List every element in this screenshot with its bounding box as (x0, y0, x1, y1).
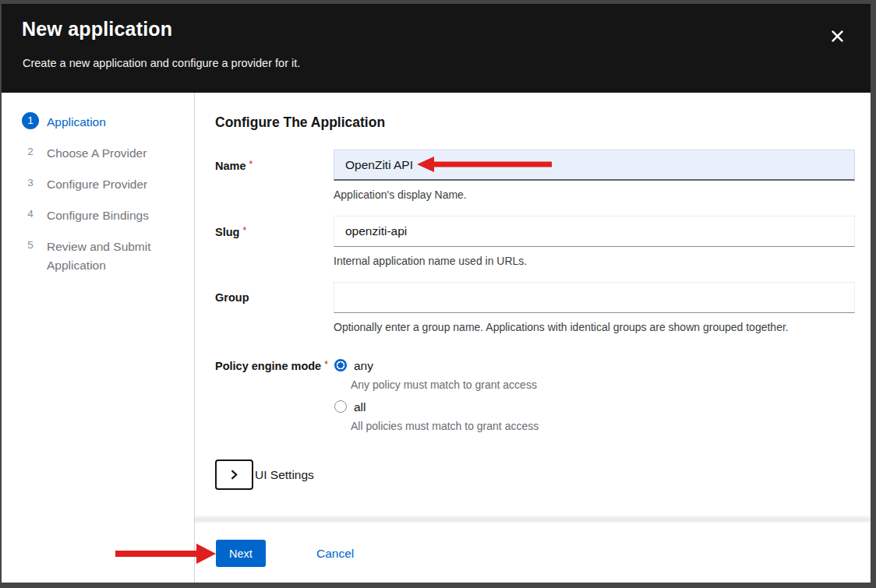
name-input[interactable] (334, 150, 855, 181)
step-label: Review and Submit Application (47, 238, 171, 275)
required-asterisk: * (249, 159, 253, 170)
ui-settings-expand-button[interactable] (215, 459, 253, 490)
page-backdrop: New application Create a new application… (0, 0, 876, 588)
step-label: Configure Provider (47, 175, 171, 194)
wizard-step-choose-a-provider[interactable]: 2 Choose A Provider (2, 143, 195, 164)
radio-unchecked-icon[interactable] (334, 400, 347, 413)
group-field-label: Group (215, 291, 249, 304)
wizard-step-review-and-submit[interactable]: 5 Review and Submit Application (2, 237, 195, 257)
name-field-label: Name* (215, 159, 253, 172)
required-asterisk: * (324, 359, 328, 370)
next-button-arrow-annotation (115, 544, 216, 564)
step-number: 3 (22, 174, 39, 192)
wizard-steps-sidebar: 1 Application 2 Choose A Provider 3 Conf… (2, 93, 195, 583)
policy-mode-all-description: All policies must match to grant access (351, 420, 539, 432)
footer-divider (195, 516, 871, 523)
step-label: Application (47, 113, 171, 132)
group-input[interactable] (334, 282, 855, 313)
step-heading: Configure The Application (215, 114, 385, 131)
slug-field-label: Slug* (215, 225, 246, 238)
step-number: 5 (22, 237, 39, 254)
radio-option-label[interactable]: any (354, 357, 373, 374)
step-number-badge: 1 (22, 112, 39, 129)
group-helper-text: Optionally enter a group name. Applicati… (334, 321, 789, 333)
slug-input[interactable] (334, 216, 855, 247)
close-icon (832, 30, 843, 42)
wizard-step-configure-bindings[interactable]: 4 Configure Bindings (2, 206, 195, 226)
required-asterisk: * (242, 225, 246, 236)
step-label: Configure Bindings (47, 206, 171, 225)
step-number: 2 (22, 143, 39, 160)
modal-subtitle: Create a new application and configure a… (23, 57, 300, 69)
name-field-arrow-annotation (417, 157, 552, 172)
modal-header: New application Create a new application… (2, 4, 871, 93)
ui-settings-label: UI Settings (255, 459, 314, 490)
new-application-modal: New application Create a new application… (2, 4, 871, 583)
modal-title: New application (22, 18, 172, 40)
close-button[interactable] (825, 24, 850, 48)
next-button[interactable]: Next (216, 540, 266, 567)
policy-mode-any-description: Any policy must match to grant access (351, 379, 537, 391)
step-label: Choose A Provider (47, 144, 171, 163)
slug-helper-text: Internal application name used in URLs. (334, 255, 527, 267)
radio-option-label[interactable]: all (354, 399, 366, 415)
radio-checked-icon[interactable] (334, 359, 347, 371)
policy-engine-mode-label: Policy engine mode* (215, 359, 328, 372)
wizard-step-application[interactable]: 1 Application (2, 112, 195, 132)
wizard-step-configure-provider[interactable]: 3 Configure Provider (2, 174, 195, 195)
step-number: 4 (22, 206, 39, 223)
chevron-right-icon (228, 469, 240, 481)
name-helper-text: Application's display Name. (334, 188, 467, 201)
cancel-link[interactable]: Cancel (316, 540, 354, 567)
